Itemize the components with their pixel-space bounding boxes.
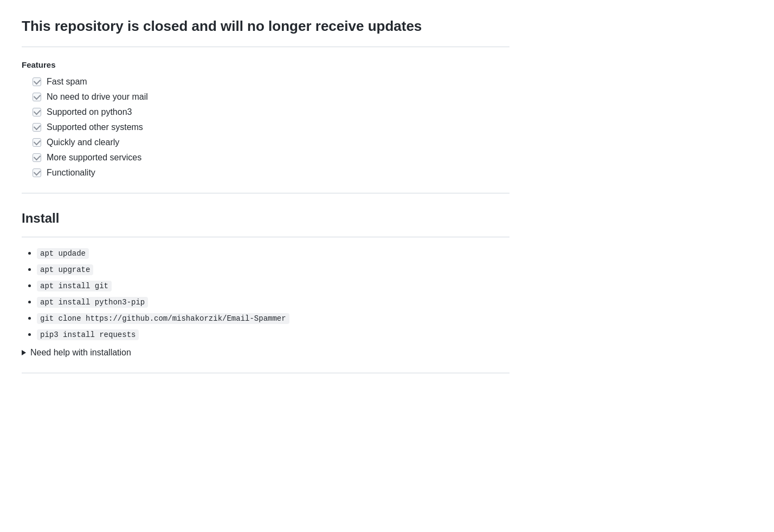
feature-text: Quickly and clearly	[47, 138, 119, 147]
feature-text: Fast spam	[47, 77, 87, 87]
repo-closed-notice: This repository is closed and will no lo…	[22, 17, 509, 47]
triangle-icon	[22, 350, 26, 355]
feature-text: Supported on python3	[47, 107, 132, 117]
install-commands-list: apt updade apt upgrate apt install git a…	[22, 248, 509, 339]
list-item: More supported services	[33, 153, 509, 163]
checkbox-icon	[33, 138, 41, 147]
list-item: Fast spam	[33, 77, 509, 87]
feature-text: Functionality	[47, 168, 95, 178]
checkbox-icon	[33, 108, 41, 116]
help-collapsible[interactable]: Need help with installation	[22, 348, 509, 358]
features-label: Features	[22, 60, 509, 69]
bottom-divider	[22, 373, 509, 373]
install-section: Install apt updade apt upgrate apt insta…	[22, 211, 509, 358]
checkbox-icon	[33, 153, 41, 162]
install-command: apt install python3-pip	[37, 297, 148, 308]
install-command: apt upgrate	[37, 264, 93, 275]
install-command: git clone https://github.com/mishakorzik…	[37, 313, 289, 324]
help-text: Need help with installation	[30, 348, 131, 358]
list-item: Functionality	[33, 168, 509, 178]
list-item: apt install git	[37, 281, 509, 290]
install-title: Install	[22, 211, 509, 226]
checkbox-icon	[33, 168, 41, 177]
title-divider	[22, 47, 509, 47]
install-command: pip3 install requests	[37, 329, 139, 340]
features-divider	[22, 193, 509, 193]
page-container: This repository is closed and will no lo…	[22, 17, 509, 373]
list-item: No need to drive your mail	[33, 92, 509, 102]
list-item: pip3 install requests	[37, 329, 509, 339]
checkbox-icon	[33, 123, 41, 132]
features-list: Fast spam No need to drive your mail Sup…	[22, 77, 509, 178]
install-command: apt install git	[37, 281, 112, 291]
repo-closed-title: This repository is closed and will no lo…	[22, 17, 509, 36]
list-item: apt upgrate	[37, 264, 509, 274]
install-title-divider	[22, 237, 509, 237]
checkbox-icon	[33, 77, 41, 86]
features-section: Features Fast spam No need to drive your…	[22, 60, 509, 178]
list-item: Supported other systems	[33, 122, 509, 132]
list-item: Supported on python3	[33, 107, 509, 117]
list-item: git clone https://github.com/mishakorzik…	[37, 313, 509, 323]
list-item: apt updade	[37, 248, 509, 258]
feature-text: No need to drive your mail	[47, 92, 148, 102]
feature-text: More supported services	[47, 153, 141, 163]
list-item: apt install python3-pip	[37, 297, 509, 307]
list-item: Quickly and clearly	[33, 138, 509, 147]
checkbox-icon	[33, 93, 41, 101]
install-command: apt updade	[37, 248, 89, 259]
feature-text: Supported other systems	[47, 122, 143, 132]
